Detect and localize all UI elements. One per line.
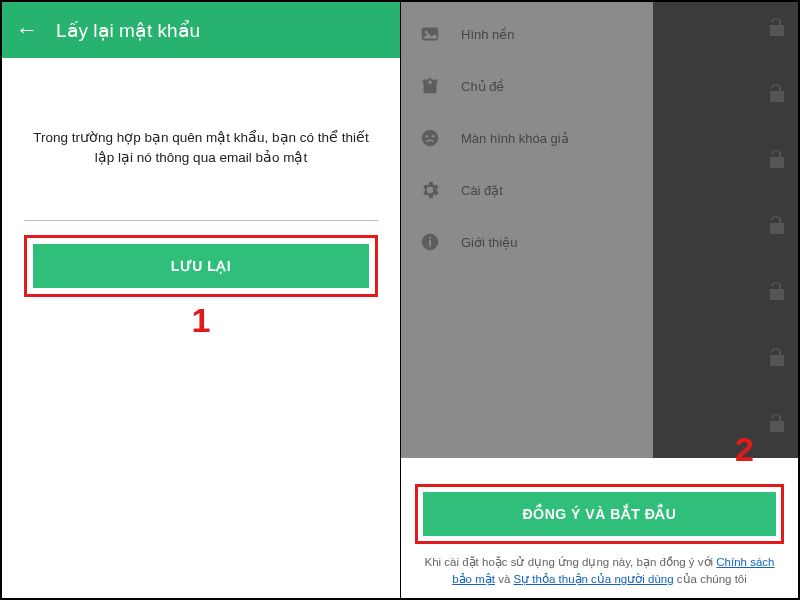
- svg-rect-8: [429, 237, 431, 239]
- step-number-1: 1: [24, 301, 378, 340]
- menu-label: Giới thiệu: [461, 235, 517, 250]
- tutorial-frame: ← Lấy lại mật khẩu Trong trường hợp bạn …: [0, 0, 800, 600]
- wallpaper-icon: [419, 23, 441, 45]
- menu-item-wallpaper[interactable]: Hình nền: [401, 8, 653, 60]
- right-top: Hình nền Chủ đề Màn hình khóa giả: [401, 2, 798, 458]
- svg-rect-7: [429, 240, 431, 246]
- svg-point-2: [428, 81, 432, 85]
- fakelock-icon: [419, 127, 441, 149]
- user-agreement-link[interactable]: Sự thỏa thuận của người dùng: [514, 573, 674, 585]
- theme-icon: [419, 75, 441, 97]
- about-icon: [419, 231, 441, 253]
- menu-item-about[interactable]: Giới thiệu: [401, 216, 653, 268]
- agree-text: Khi cài đặt hoặc sử dụng ứng dụng này, b…: [415, 554, 784, 589]
- highlight-box-1: LƯU LẠI: [24, 235, 378, 297]
- settings-icon: [419, 179, 441, 201]
- menu-label: Màn hình khóa giả: [461, 131, 569, 146]
- description-text: Trong trường hợp bạn quên mật khẩu, bạn …: [24, 86, 378, 191]
- svg-point-5: [432, 135, 435, 138]
- left-body: Trong trường hợp bạn quên mật khẩu, bạn …: [2, 58, 400, 340]
- unlock-icon: [764, 16, 788, 40]
- appbar: ← Lấy lại mật khẩu: [2, 2, 400, 58]
- agree-prefix: Khi cài đặt hoặc sử dụng ứng dụng này, b…: [424, 556, 716, 568]
- svg-point-4: [426, 135, 429, 138]
- unlock-icon: [764, 148, 788, 172]
- unlock-icon: [764, 82, 788, 106]
- screen-welcome: Hình nền Chủ đề Màn hình khóa giả: [401, 2, 798, 598]
- menu-label: Cài đặt: [461, 183, 503, 198]
- unlock-icon: [764, 214, 788, 238]
- menu-label: Chủ đề: [461, 79, 504, 94]
- menu-item-fakelock[interactable]: Màn hình khóa giả: [401, 112, 653, 164]
- unlock-icon: [764, 346, 788, 370]
- appbar-title: Lấy lại mật khẩu: [56, 19, 200, 42]
- unlock-icon: [764, 280, 788, 304]
- app-list-column: [653, 2, 798, 458]
- agree-start-button[interactable]: ĐỒNG Ý VÀ BẮT ĐẦU: [423, 492, 776, 536]
- email-field[interactable]: [24, 191, 378, 221]
- save-button[interactable]: LƯU LẠI: [33, 244, 369, 288]
- unlock-icon: [764, 412, 788, 436]
- agree-sheet: 2 ĐỒNG Ý VÀ BẮT ĐẦU Khi cài đặt hoặc sử …: [401, 474, 798, 599]
- svg-point-1: [425, 31, 428, 34]
- back-arrow-icon[interactable]: ←: [16, 19, 38, 41]
- screen-recover-password: ← Lấy lại mật khẩu Trong trường hợp bạn …: [2, 2, 401, 598]
- svg-point-3: [422, 130, 439, 147]
- agree-mid: và: [495, 573, 514, 585]
- side-menu: Hình nền Chủ đề Màn hình khóa giả: [401, 2, 653, 458]
- agree-suffix: của chúng tôi: [674, 573, 747, 585]
- menu-label: Hình nền: [461, 27, 515, 42]
- menu-item-settings[interactable]: Cài đặt: [401, 164, 653, 216]
- step-number-2: 2: [735, 430, 754, 469]
- menu-item-theme[interactable]: Chủ đề: [401, 60, 653, 112]
- highlight-box-2: ĐỒNG Ý VÀ BẮT ĐẦU: [415, 484, 784, 544]
